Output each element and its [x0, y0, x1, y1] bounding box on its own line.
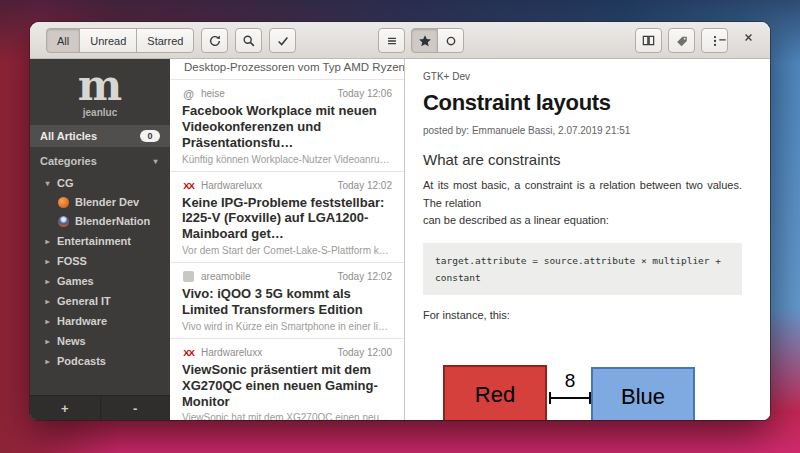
category-label: Hardware — [57, 315, 107, 327]
item-time: Today 12:02 — [338, 180, 393, 191]
category-label: Games — [57, 275, 94, 287]
diagram-red-box: Red — [443, 365, 547, 420]
toolbar-left-cluster: All Unread Starred — [46, 28, 296, 53]
sidebar-item-blender-dev[interactable]: Blender Dev — [30, 193, 170, 212]
feed-label: Blender Dev — [75, 196, 139, 208]
expander-closed-icon[interactable]: ▸ — [43, 257, 52, 266]
expander-closed-icon[interactable]: ▸ — [43, 317, 52, 326]
filter-all-button[interactable]: All — [46, 28, 80, 53]
item-time: Today 12:06 — [338, 88, 393, 99]
list-item[interactable]: @ heise Today 12:06 Facebook Workplace m… — [170, 80, 404, 172]
item-source: Hardwareluxx — [201, 180, 262, 191]
window-controls — [717, 32, 754, 43]
book-icon — [641, 33, 656, 48]
mark-unread-button[interactable] — [437, 28, 464, 53]
item-source: areamobile — [201, 271, 250, 282]
minimize-button[interactable] — [717, 32, 728, 43]
category-label: FOSS — [57, 255, 87, 267]
category-tree: ▾ CG Blender Dev BlenderNation ▸ Enterta… — [30, 173, 170, 371]
unread-count-badge: 0 — [140, 130, 160, 142]
service-logo: m — [30, 66, 170, 106]
item-time: Today 12:02 — [338, 271, 393, 282]
expander-closed-icon[interactable]: ▸ — [43, 237, 52, 246]
item-title: ViewSonic präsentiert mit dem XG270QC ei… — [182, 362, 392, 410]
expander-open-icon[interactable]: ▾ — [43, 179, 52, 188]
sidebar-item-entertainment[interactable]: ▸ Entertainment — [30, 231, 170, 251]
feedreader-window: All Unread Starred — [30, 22, 770, 420]
sidebar-item-cg[interactable]: ▾ CG — [30, 173, 170, 193]
toolbar-menu-cluster — [378, 28, 405, 53]
header-bar: All Unread Starred — [30, 22, 770, 59]
filter-starred-button[interactable]: Starred — [136, 28, 194, 53]
blendernation-icon — [58, 216, 69, 227]
minimize-icon — [717, 29, 728, 47]
mark-read-icon — [276, 34, 290, 48]
article-paragraph: At its most basic, a constraint is a rel… — [423, 177, 742, 212]
sidebar-action-bar: + - — [30, 395, 170, 420]
expander-closed-icon[interactable]: ▸ — [43, 297, 52, 306]
item-source: heise — [201, 88, 225, 99]
list-item[interactable]: areamobile Today 12:02 Vivo: iQOO 3 5G k… — [170, 263, 404, 339]
main-content: m jeanluc All Articles 0 Categories ▾ ▾ … — [30, 59, 770, 420]
remove-feed-button[interactable]: - — [100, 396, 171, 420]
item-summary: Vivo wird in Kürze ein Smartphone in ein… — [182, 321, 392, 332]
all-articles-label: All Articles — [40, 130, 97, 142]
refresh-button[interactable] — [201, 28, 228, 53]
filter-button-group: All Unread Starred — [46, 28, 194, 53]
blender-icon — [58, 197, 69, 208]
close-button[interactable] — [743, 32, 754, 43]
item-title: Keine IPG-Probleme feststellbar: I225-V … — [182, 195, 392, 243]
desktop-wallpaper: All Unread Starred — [0, 0, 800, 453]
item-header: @ heise Today 12:06 — [182, 87, 392, 100]
item-header: XX Hardwareluxx Today 12:00 — [182, 346, 392, 359]
item-title: Facebook Workplace mit neuen Videokonfer… — [182, 103, 392, 151]
sidebar-item-all-articles[interactable]: All Articles 0 — [30, 125, 170, 147]
sidebar-item-blendernation[interactable]: BlenderNation — [30, 212, 170, 231]
star-read-button-group — [411, 28, 464, 53]
categories-label: Categories — [40, 155, 97, 167]
category-label: CG — [57, 177, 74, 189]
hardwareluxx-icon: XX — [182, 179, 195, 192]
search-button[interactable] — [235, 28, 262, 53]
list-menu-button[interactable] — [378, 28, 405, 53]
diagram-blue-box: Blue — [591, 367, 695, 420]
tag-icon — [675, 34, 689, 48]
sidebar-item-hardware[interactable]: ▸ Hardware — [30, 311, 170, 331]
reader-view-button[interactable] — [635, 28, 662, 53]
item-summary: Künftig können Workplace-Nutzer Videoanr… — [182, 154, 392, 165]
category-label: General IT — [57, 295, 111, 307]
mark-read-button[interactable] — [269, 28, 296, 53]
add-feed-button[interactable]: + — [30, 396, 100, 420]
expander-closed-icon[interactable]: ▸ — [43, 337, 52, 346]
sidebar-item-podcasts[interactable]: ▸ Podcasts — [30, 351, 170, 371]
sidebar-item-games[interactable]: ▸ Games — [30, 271, 170, 291]
unread-circle-icon — [444, 34, 458, 48]
item-header: areamobile Today 12:02 — [182, 270, 392, 283]
sidebar-item-news[interactable]: ▸ News — [30, 331, 170, 351]
account-header: m jeanluc — [30, 59, 170, 125]
refresh-icon — [208, 34, 222, 48]
star-article-button[interactable] — [411, 28, 438, 53]
list-item[interactable]: XX Hardwareluxx Today 12:02 Keine IPG-Pr… — [170, 172, 404, 264]
category-label: Podcasts — [57, 355, 106, 367]
item-time: Today 12:00 — [338, 347, 393, 358]
toolbar-right-cluster — [635, 28, 728, 53]
item-summary: Vor dem Start der Comet-Lake-S-Plattform… — [182, 245, 392, 256]
article-paragraph: For instance, this: — [423, 307, 742, 325]
filter-unread-button[interactable]: Unread — [79, 28, 137, 53]
category-label: Entertainment — [57, 235, 131, 247]
list-item[interactable]: XX Hardwareluxx Today 12:00 ViewSonic pr… — [170, 339, 404, 420]
article-list: Desktop-Prozessoren vom Typ AMD Ryzen 40… — [170, 59, 405, 420]
expander-closed-icon[interactable]: ▸ — [43, 357, 52, 366]
article-paragraph: can be described as a linear equation: — [423, 212, 742, 230]
categories-header[interactable]: Categories ▾ — [30, 147, 170, 173]
list-item-partial[interactable]: Desktop-Prozessoren vom Typ AMD Ryzen 40… — [170, 59, 404, 80]
item-title: Vivo: iQOO 3 5G kommt als Limited Transf… — [182, 286, 392, 318]
sidebar-item-foss[interactable]: ▸ FOSS — [30, 251, 170, 271]
sidebar-item-general-it[interactable]: ▸ General IT — [30, 291, 170, 311]
star-icon — [418, 34, 432, 48]
hardwareluxx-icon: XX — [182, 346, 195, 359]
article-title: Constraint layouts — [423, 90, 742, 116]
expander-closed-icon[interactable]: ▸ — [43, 277, 52, 286]
tag-button[interactable] — [668, 28, 695, 53]
